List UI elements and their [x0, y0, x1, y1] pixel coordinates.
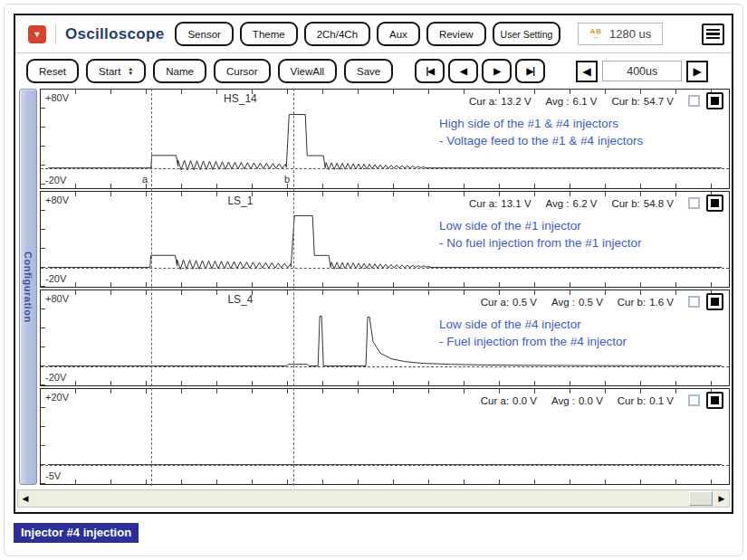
measurements: Cur a:0.0 V Avg :0.0 V Cur b:0.1 V — [481, 392, 723, 409]
channel-name: LS_1 — [41, 195, 440, 207]
content-area: Configuration +80V -20V HS_14 Cur a:13.2… — [15, 89, 732, 486]
app-dropdown-button[interactable]: ▼ — [28, 25, 46, 43]
timebase-value: 400us — [602, 61, 682, 81]
square-icon — [711, 396, 719, 404]
measurements: Cur a:0.5 V Avg :0.5 V Cur b:1.6 V — [481, 293, 723, 310]
channel-panel-3: +80V -20V LS_4 Cur a:0.5 V Avg :0.5 V Cu… — [40, 289, 730, 386]
bottom-ticks — [41, 282, 729, 287]
vmin-label: -20V — [45, 175, 66, 185]
channel-square-button[interactable] — [706, 293, 723, 310]
channel-name: LS_4 — [41, 293, 440, 306]
user-setting-button[interactable]: User Setting — [493, 22, 561, 46]
annotation: Low side of the #4 injector - Fuel injec… — [439, 316, 627, 350]
ab-time-display: AB ↔ 1280 us — [578, 23, 663, 45]
measurements: Cur a:13.2 V Avg :6.1 V Cur b:54.7 V — [469, 92, 723, 109]
square-icon — [711, 97, 719, 105]
page-title: Oscilloscope — [65, 25, 164, 43]
annotation: Low side of the #1 injector - No fuel in… — [439, 217, 642, 252]
start-button[interactable]: Start ▲ ▼ — [86, 59, 146, 83]
playback-controls: |◀ ◀ ▶ ▶| — [415, 59, 545, 83]
scroll-left-icon: ◀ — [23, 494, 29, 503]
channel-square-button[interactable] — [706, 392, 723, 409]
step-forward-button[interactable]: ▶ — [482, 59, 512, 83]
channel-panel-4: +20V -5V Cur a:0.0 V Avg :0.0 V Cur b:0.… — [40, 388, 730, 485]
toolbar-top: ▼ Oscilloscope Sensor Theme 2Ch/4Ch Aux … — [15, 15, 732, 53]
step-back-button[interactable]: ◀ — [448, 59, 478, 83]
ab-time-value: 1280 us — [609, 27, 651, 41]
oscilloscope-window: ▼ Oscilloscope Sensor Theme 2Ch/4Ch Aux … — [14, 14, 733, 514]
step-forward-icon: ▶ — [493, 66, 500, 76]
channel-panels: +80V -20V HS_14 Cur a:13.2 V Avg :6.1 V … — [40, 89, 730, 486]
cursor-b-label: b — [284, 174, 290, 185]
skip-start-icon: |◀ — [426, 66, 434, 76]
capture-title-badge: Injector #4 injection — [14, 523, 139, 543]
name-button[interactable]: Name — [153, 59, 206, 83]
scroll-right-button[interactable]: ▶ — [714, 490, 729, 507]
annotation: High side of the #1 & #4 injectors - Vol… — [439, 115, 643, 149]
reset-button[interactable]: Reset — [26, 59, 79, 83]
sensor-button[interactable]: Sensor — [175, 22, 233, 46]
scroll-right-icon: ▶ — [719, 494, 725, 503]
cursor-a-line[interactable] — [151, 89, 152, 486]
timebase-decrease-button[interactable]: ◀ — [576, 61, 598, 82]
skip-end-icon: ▶| — [526, 66, 534, 76]
cursor-b-line[interactable] — [293, 89, 294, 486]
measurements: Cur a:13.1 V Avg :6.2 V Cur b:54.8 V — [469, 195, 723, 212]
channel-checkbox[interactable] — [688, 394, 700, 406]
scrollbar-thumb[interactable] — [689, 491, 713, 506]
save-button[interactable]: Save — [344, 59, 393, 83]
left-triangle-icon: ◀ — [583, 65, 591, 78]
cursor-button[interactable]: Cursor — [214, 59, 271, 83]
horizontal-scrollbar[interactable]: ◀ ▶ — [17, 489, 730, 508]
start-spinner-icon: ▲ ▼ — [128, 67, 133, 76]
aux-button[interactable]: Aux — [377, 22, 420, 46]
scroll-left-button[interactable]: ◀ — [18, 490, 33, 507]
channel-name: HS_14 — [41, 92, 440, 105]
channel-square-button[interactable] — [706, 195, 723, 212]
theme-button[interactable]: Theme — [240, 22, 298, 46]
zero-line — [41, 168, 729, 169]
channel-mode-button[interactable]: 2Ch/4Ch — [304, 22, 370, 46]
vmin-label: -20V — [45, 372, 66, 383]
skip-start-button[interactable]: |◀ — [415, 59, 445, 83]
zero-line — [41, 465, 729, 466]
vmin-label: -20V — [45, 273, 66, 284]
timebase-control: ◀ 400us ▶ — [576, 61, 708, 82]
square-icon — [711, 298, 719, 306]
scrollbar-track[interactable] — [33, 490, 714, 507]
viewall-button[interactable]: ViewAll — [278, 59, 338, 83]
ab-cursor-icon: AB ↔ — [589, 29, 602, 40]
menu-icon[interactable] — [702, 24, 724, 45]
timebase-increase-button[interactable]: ▶ — [686, 61, 708, 82]
zero-line — [41, 366, 729, 367]
right-triangle-icon: ▶ — [694, 65, 702, 78]
vmin-label: -5V — [45, 470, 61, 481]
step-back-icon: ◀ — [460, 66, 466, 76]
bottom-ticks — [41, 479, 729, 484]
review-button[interactable]: Review — [426, 22, 486, 46]
channel-checkbox[interactable] — [688, 95, 700, 107]
configuration-tab[interactable]: Configuration — [19, 89, 37, 485]
channel-panel-2: +80V -20V LS_1 Cur a:13.1 V Avg :6.2 V C… — [40, 191, 730, 288]
square-icon — [711, 199, 719, 207]
toolbar-second: Reset Start ▲ ▼ Name Cursor ViewAll Save… — [15, 53, 732, 89]
bottom-ticks — [41, 381, 729, 385]
channel-checkbox[interactable] — [688, 197, 700, 209]
channel-square-button[interactable] — [706, 92, 723, 109]
cursor-a-label: a — [142, 174, 148, 185]
channel-checkbox[interactable] — [688, 296, 700, 308]
skip-end-button[interactable]: ▶| — [515, 59, 545, 83]
vmax-label: +20V — [45, 392, 69, 403]
zero-line — [41, 268, 729, 269]
dropdown-icon: ▼ — [34, 30, 42, 39]
toolbar-separator — [55, 24, 56, 44]
